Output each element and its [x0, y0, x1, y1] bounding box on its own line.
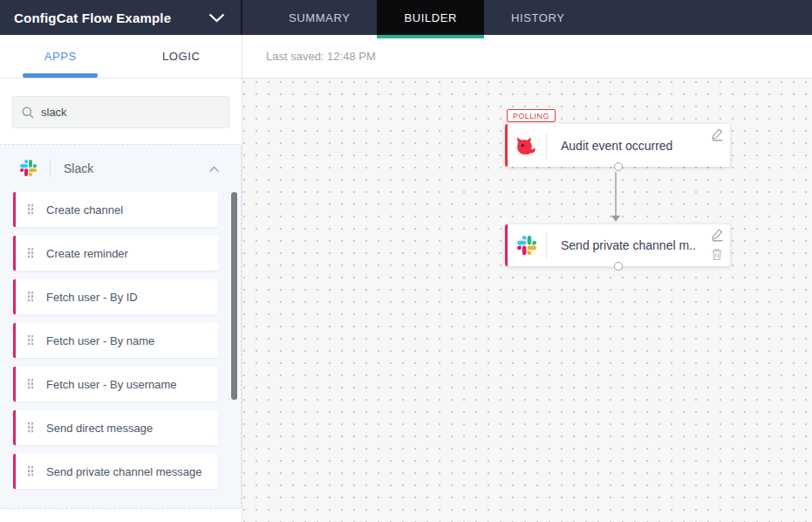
slack-group-label: Slack — [64, 161, 208, 175]
sidebar-scrollbar[interactable] — [231, 192, 237, 400]
search-input[interactable] — [41, 106, 220, 119]
tab-history[interactable]: HISTORY — [484, 0, 592, 35]
drag-handle-icon[interactable] — [27, 422, 35, 434]
sub-header: APPS LOGIC Last saved: 12:48 PM — [0, 35, 812, 79]
drag-handle-icon[interactable] — [27, 247, 35, 259]
configcat-logo-icon — [508, 136, 546, 155]
connector-arrow — [615, 172, 617, 216]
slack-logo-icon — [20, 160, 37, 176]
tab-summary[interactable]: SUMMARY — [262, 0, 377, 35]
app-window: ConfigCat Flow Example SUMMARY BUILDER H… — [0, 0, 812, 522]
sidebar-tabs: APPS LOGIC — [0, 35, 242, 79]
flow-canvas[interactable]: POLLING Audit event occurred — [242, 79, 812, 522]
main-body: Slack Create channel Create reminder — [0, 79, 812, 522]
list-item-fetch-user-by-name[interactable]: Fetch user - By name — [13, 323, 218, 358]
chevron-down-icon[interactable] — [208, 13, 225, 23]
node-label: Audit event occurred — [547, 139, 672, 153]
drag-handle-icon[interactable] — [27, 291, 35, 303]
polling-badge: POLLING — [507, 109, 556, 122]
last-saved-text: Last saved: 12:48 PM — [266, 50, 376, 63]
chevron-up-icon[interactable] — [208, 161, 220, 176]
edit-icon[interactable] — [710, 127, 724, 141]
slack-app-group: Slack Create channel Create reminder — [0, 144, 242, 509]
drag-handle-icon[interactable] — [27, 334, 35, 347]
edit-icon[interactable] — [710, 228, 724, 242]
drag-handle-icon[interactable] — [27, 203, 35, 216]
top-bar: ConfigCat Flow Example SUMMARY BUILDER H… — [0, 0, 812, 35]
divider — [50, 160, 51, 177]
tab-builder[interactable]: BUILDER — [377, 0, 484, 35]
tab-apps[interactable]: APPS — [0, 35, 121, 78]
app-search-box[interactable] — [12, 96, 229, 128]
list-item-create-channel[interactable]: Create channel — [13, 192, 218, 227]
list-item-send-direct-message[interactable]: Send direct message — [13, 410, 218, 445]
slack-logo-icon — [508, 236, 546, 255]
flow-title-bar[interactable]: ConfigCat Flow Example — [0, 0, 242, 35]
list-item-fetch-user-by-username[interactable]: Fetch user - By username — [13, 367, 218, 402]
apps-sidebar: Slack Create channel Create reminder — [0, 79, 242, 522]
search-icon — [22, 106, 34, 119]
drag-handle-icon[interactable] — [27, 465, 35, 477]
tab-logic[interactable]: LOGIC — [121, 35, 242, 78]
node-audit-event-occurred[interactable]: Audit event occurred — [505, 124, 730, 167]
drag-handle-icon[interactable] — [27, 378, 35, 390]
list-item-send-private-channel-message[interactable]: Send private channel message — [13, 454, 218, 489]
save-status-bar: Last saved: 12:48 PM — [242, 35, 812, 79]
list-item-fetch-user-by-id[interactable]: Fetch user - By ID — [13, 279, 218, 314]
node-send-private-channel-message[interactable]: Send private channel m... — [505, 224, 730, 266]
slack-action-list: Create channel Create reminder Fetch use… — [0, 191, 241, 489]
output-port[interactable] — [614, 262, 623, 271]
node-label: Send private channel m... — [547, 238, 695, 252]
flow-title: ConfigCat Flow Example — [14, 10, 171, 25]
output-port[interactable] — [614, 162, 623, 171]
header-tabs: SUMMARY BUILDER HISTORY — [262, 0, 592, 35]
slack-group-header[interactable]: Slack — [0, 145, 241, 191]
trash-icon[interactable] — [710, 247, 724, 261]
list-item-create-reminder[interactable]: Create reminder — [13, 236, 218, 271]
